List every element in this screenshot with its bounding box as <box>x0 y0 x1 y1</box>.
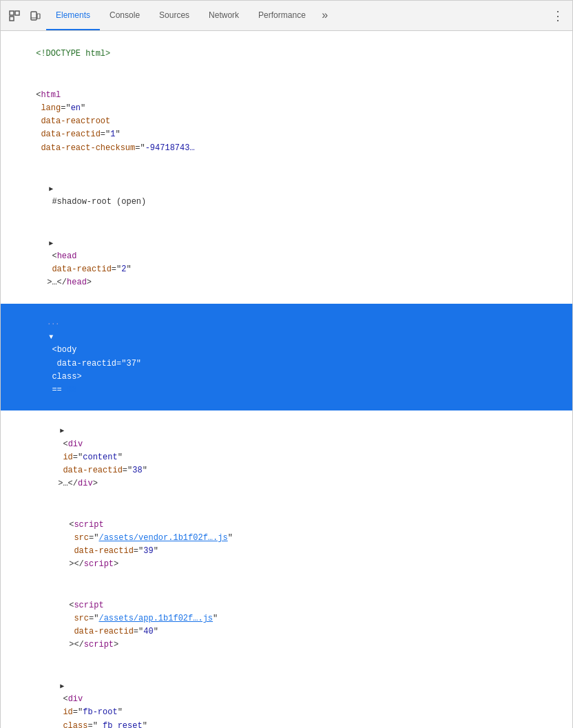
device-icon-btn[interactable] <box>25 6 45 25</box>
tab-performance-label: Performance <box>258 10 306 20</box>
tab-more-label: » <box>322 9 328 21</box>
svg-rect-3 <box>31 12 37 20</box>
code-line-body[interactable]: ··· ▼ <body data-reactid="37" class> == … <box>1 304 572 411</box>
code-line-script-vendor[interactable]: <script src="/assets/vendor.1b1f02f….js"… <box>1 505 572 585</box>
tab-more[interactable]: » <box>315 8 335 24</box>
tab-elements-label: Elements <box>56 10 90 20</box>
expand-head[interactable]: ▶ <box>47 238 55 249</box>
device-icon <box>30 10 41 21</box>
tab-sources[interactable]: Sources <box>149 1 199 30</box>
svg-rect-4 <box>37 14 40 19</box>
code-line-head[interactable]: ▶ <head data-reactid="2" >…</head> <box>1 223 572 304</box>
expand-div-content[interactable]: ▶ <box>58 426 66 437</box>
tab-elements[interactable]: Elements <box>46 1 100 30</box>
code-line-fb-root[interactable]: ▶ <div id="fb-root" class=" fb_reset" >…… <box>1 666 572 728</box>
svg-rect-2 <box>15 11 19 15</box>
expand-shadow-root[interactable]: ▶ <box>47 184 55 195</box>
inspect-icon <box>9 10 20 21</box>
tab-console[interactable]: Console <box>100 1 149 30</box>
doctype-text: <!DOCTYPE html> <box>36 49 110 59</box>
app-script-link[interactable]: /assets/app.1b1f02f….js <box>98 614 213 623</box>
toolbar-tabs: Elements Console Sources Network Perform… <box>46 1 335 30</box>
code-line-div-content[interactable]: ▶ <div id="content" data-reactid="38" >…… <box>1 410 572 504</box>
svg-rect-1 <box>10 17 14 21</box>
tab-sources-label: Sources <box>159 10 189 20</box>
tab-performance[interactable]: Performance <box>249 1 315 30</box>
expand-fb-root[interactable]: ▶ <box>58 681 66 692</box>
expand-body[interactable]: ▼ <box>47 332 55 343</box>
inspect-icon-btn[interactable] <box>5 6 24 25</box>
code-line-html[interactable]: <html lang="en" data-reactroot data-reac… <box>1 75 572 169</box>
elements-panel: <!DOCTYPE html> <html lang="en" data-rea… <box>1 31 572 728</box>
code-line-doctype[interactable]: <!DOCTYPE html> <box>1 34 572 75</box>
tab-network[interactable]: Network <box>199 1 249 30</box>
html-tag: html <box>41 90 61 100</box>
code-line-script-app[interactable]: <script src="/assets/app.1b1f02f….js" da… <box>1 585 572 666</box>
more-options-btn[interactable]: ⋮ <box>548 8 568 23</box>
svg-rect-0 <box>10 11 14 15</box>
tab-network-label: Network <box>209 10 239 20</box>
body-dot-indicator: ··· <box>47 320 59 328</box>
vendor-script-link[interactable]: /assets/vendor.1b1f02f….js <box>98 533 227 543</box>
devtools-container: Elements Console Sources Network Perform… <box>0 0 573 728</box>
toolbar: Elements Console Sources Network Perform… <box>1 1 572 31</box>
code-line-shadow-root[interactable]: ▶ #shadow-root (open) <box>1 169 572 223</box>
html-lang-attr: lang <box>36 103 61 113</box>
tab-console-label: Console <box>110 10 140 20</box>
